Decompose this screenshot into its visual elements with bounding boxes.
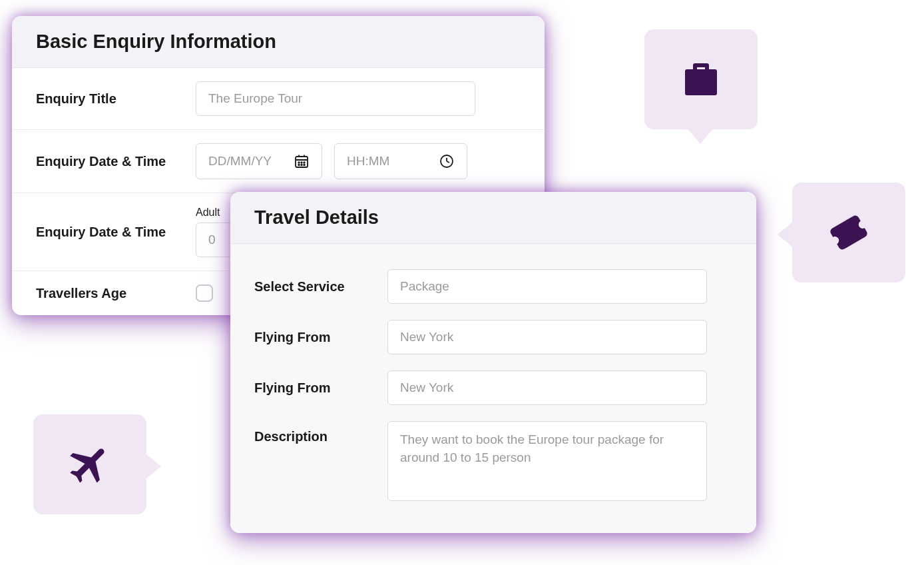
travel-details-card: Travel Details Select Service Package Fl…	[230, 192, 756, 533]
calendar-icon	[294, 153, 310, 169]
chip-ticket	[792, 183, 905, 282]
label-description: Description	[254, 421, 387, 444]
input-time[interactable]: HH:MM	[334, 143, 467, 179]
time-placeholder: HH:MM	[347, 154, 389, 169]
label-from-2: Flying From	[254, 380, 387, 396]
svg-point-8	[301, 165, 302, 166]
svg-line-12	[447, 161, 449, 163]
input-from-1[interactable]: New York	[387, 320, 707, 354]
chip-luggage	[644, 29, 758, 129]
label-party: Enquiry Date & Time	[36, 225, 196, 240]
card-header: Travel Details	[230, 192, 756, 244]
svg-point-7	[298, 165, 300, 166]
svg-point-9	[304, 165, 305, 166]
row-from-2: Flying From New York	[254, 362, 732, 413]
input-service[interactable]: Package	[387, 269, 707, 304]
svg-point-5	[301, 162, 302, 163]
ticket-icon	[825, 209, 873, 257]
input-from-2[interactable]: New York	[387, 370, 707, 405]
label-travellers-age: Travellers Age	[36, 286, 196, 301]
card-header: Basic Enquiry Information	[12, 16, 545, 68]
checkbox-travellers-age[interactable]	[196, 284, 213, 302]
input-enquiry-title[interactable]: The Europe Tour	[196, 81, 475, 116]
chip-tail	[778, 221, 794, 248]
svg-point-4	[298, 162, 300, 163]
row-description: Description	[254, 413, 732, 509]
row-service: Select Service Package	[254, 261, 732, 312]
card-title: Travel Details	[254, 207, 732, 229]
label-service: Select Service	[254, 279, 387, 294]
input-date[interactable]: DD/MM/YY	[196, 143, 322, 179]
label-date-time: Enquiry Date & Time	[36, 154, 196, 169]
plane-icon	[66, 440, 114, 488]
clock-icon	[439, 153, 455, 169]
input-description[interactable]	[387, 421, 707, 501]
svg-point-6	[304, 162, 305, 163]
row-enquiry-title: Enquiry Title The Europe Tour	[12, 68, 545, 130]
luggage-icon	[677, 55, 725, 103]
chip-tail	[145, 453, 161, 480]
label-enquiry-title: Enquiry Title	[36, 91, 196, 107]
row-date-time: Enquiry Date & Time DD/MM/YY HH:MM	[12, 130, 545, 193]
chip-plane	[33, 414, 146, 514]
row-from-1: Flying From New York	[254, 312, 732, 362]
label-from-1: Flying From	[254, 330, 387, 345]
chip-tail	[687, 128, 714, 144]
date-placeholder: DD/MM/YY	[208, 154, 272, 169]
card-title: Basic Enquiry Information	[36, 31, 521, 53]
